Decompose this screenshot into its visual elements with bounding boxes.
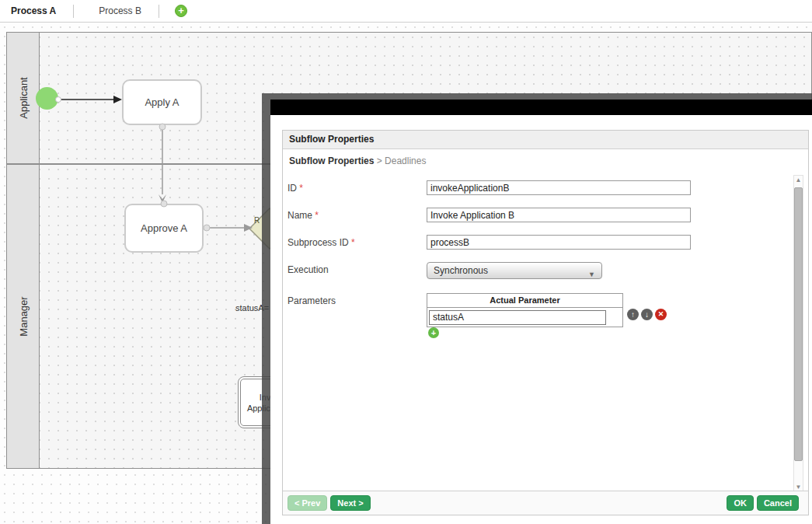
id-field-label: ID * xyxy=(288,183,303,194)
tab-divider xyxy=(73,5,74,18)
name-field-label: Name * xyxy=(288,210,319,221)
tab-divider xyxy=(159,5,159,18)
name-field[interactable] xyxy=(427,208,691,222)
scroll-down-icon[interactable]: ▼ xyxy=(794,484,803,491)
required-mark: * xyxy=(299,183,303,194)
parameters-table: Actual Parameter xyxy=(427,293,623,327)
dialog-title-bar xyxy=(270,100,812,115)
parameters-table-header: Actual Parameter xyxy=(427,294,622,308)
scroll-up-icon[interactable]: ▲ xyxy=(794,176,803,183)
execution-field-label: Execution xyxy=(288,264,329,275)
required-mark: * xyxy=(315,210,319,221)
add-parameter-icon[interactable]: + xyxy=(428,327,439,338)
ok-button[interactable]: OK xyxy=(727,495,754,511)
parameter-row xyxy=(427,308,622,327)
parameter-value-input[interactable] xyxy=(429,310,606,325)
task-apply-a-label: Apply A xyxy=(145,96,179,108)
breadcrumb-root[interactable]: Subflow Properties xyxy=(289,155,374,166)
move-up-icon[interactable]: ↑ xyxy=(627,309,639,320)
required-mark: * xyxy=(351,237,355,248)
execution-select-value: Synchronous xyxy=(434,265,488,276)
scrollbar-thumb[interactable] xyxy=(794,187,803,461)
delete-row-icon[interactable]: ✕ xyxy=(655,309,667,320)
breadcrumb-separator: > xyxy=(377,155,382,166)
panel-section-title: Subflow Properties xyxy=(283,131,808,149)
lane-manager-label: Manager xyxy=(17,296,29,336)
lane-applicant-header[interactable]: Applicant xyxy=(7,33,40,163)
app-window: Process A Process B + Applicant Manager … xyxy=(0,0,812,524)
properties-panel: Subflow Properties Subflow Properties > … xyxy=(282,130,809,515)
properties-form: ID * Name * Subprocess ID * Execution Sy… xyxy=(283,168,810,492)
next-button[interactable]: Next > xyxy=(330,495,370,511)
task-apply-a[interactable]: Apply A xyxy=(122,79,202,125)
dialog-footer: < Prev Next > OK Cancel xyxy=(283,491,808,515)
subprocess-id-field-label: Subprocess ID * xyxy=(288,237,355,248)
task-approve-a-label: Approve A xyxy=(141,222,187,234)
chevron-down-icon: ▼ xyxy=(588,267,595,282)
cancel-button[interactable]: Cancel xyxy=(757,495,799,511)
add-process-button[interactable]: + xyxy=(175,5,187,17)
dialog-body: Subflow Properties Subflow Properties > … xyxy=(270,115,812,524)
subflow-properties-dialog: Subflow Properties Subflow Properties > … xyxy=(262,93,812,524)
id-field[interactable] xyxy=(427,180,691,195)
move-down-icon[interactable]: ↓ xyxy=(641,309,653,320)
prev-button[interactable]: < Prev xyxy=(288,495,327,511)
parameters-field-label: Parameters xyxy=(288,295,336,306)
lane-manager-header[interactable]: Manager xyxy=(7,165,40,468)
process-tab-bar: Process A Process B + xyxy=(0,0,812,23)
breadcrumb-current[interactable]: Deadlines xyxy=(385,155,426,166)
start-event-node[interactable] xyxy=(36,87,58,110)
task-approve-a[interactable]: Approve A xyxy=(124,204,204,253)
tab-process-b[interactable]: Process B xyxy=(88,5,159,16)
dialog-scrollbar[interactable]: ▲ ▼ xyxy=(793,175,803,492)
subprocess-id-field[interactable] xyxy=(427,235,691,250)
tab-process-a[interactable]: Process A xyxy=(0,5,73,16)
execution-select[interactable]: Synchronous ▼ xyxy=(427,262,602,279)
lane-applicant-label: Applicant xyxy=(17,77,29,118)
